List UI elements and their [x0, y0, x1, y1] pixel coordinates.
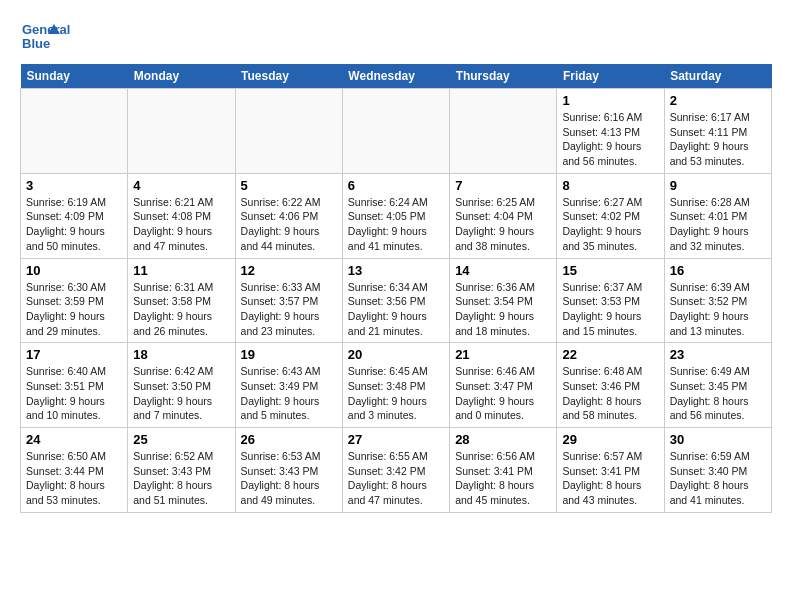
day-info: Sunrise: 6:31 AM Sunset: 3:58 PM Dayligh… — [133, 280, 229, 339]
day-info: Sunrise: 6:27 AM Sunset: 4:02 PM Dayligh… — [562, 195, 658, 254]
day-info: Sunrise: 6:33 AM Sunset: 3:57 PM Dayligh… — [241, 280, 337, 339]
calendar-cell: 30Sunrise: 6:59 AM Sunset: 3:40 PM Dayli… — [664, 428, 771, 513]
calendar-cell — [21, 89, 128, 174]
svg-text:Blue: Blue — [22, 36, 50, 51]
day-info: Sunrise: 6:52 AM Sunset: 3:43 PM Dayligh… — [133, 449, 229, 508]
calendar-cell: 5Sunrise: 6:22 AM Sunset: 4:06 PM Daylig… — [235, 173, 342, 258]
day-number: 22 — [562, 347, 658, 362]
day-number: 17 — [26, 347, 122, 362]
calendar-cell — [128, 89, 235, 174]
day-info: Sunrise: 6:37 AM Sunset: 3:53 PM Dayligh… — [562, 280, 658, 339]
day-number: 3 — [26, 178, 122, 193]
day-number: 27 — [348, 432, 444, 447]
calendar-cell: 13Sunrise: 6:34 AM Sunset: 3:56 PM Dayli… — [342, 258, 449, 343]
calendar-cell: 11Sunrise: 6:31 AM Sunset: 3:58 PM Dayli… — [128, 258, 235, 343]
day-info: Sunrise: 6:53 AM Sunset: 3:43 PM Dayligh… — [241, 449, 337, 508]
day-info: Sunrise: 6:46 AM Sunset: 3:47 PM Dayligh… — [455, 364, 551, 423]
calendar-cell: 28Sunrise: 6:56 AM Sunset: 3:41 PM Dayli… — [450, 428, 557, 513]
week-row-4: 17Sunrise: 6:40 AM Sunset: 3:51 PM Dayli… — [21, 343, 772, 428]
calendar-cell: 1Sunrise: 6:16 AM Sunset: 4:13 PM Daylig… — [557, 89, 664, 174]
day-number: 4 — [133, 178, 229, 193]
calendar-cell: 16Sunrise: 6:39 AM Sunset: 3:52 PM Dayli… — [664, 258, 771, 343]
week-row-2: 3Sunrise: 6:19 AM Sunset: 4:09 PM Daylig… — [21, 173, 772, 258]
day-info: Sunrise: 6:43 AM Sunset: 3:49 PM Dayligh… — [241, 364, 337, 423]
day-info: Sunrise: 6:34 AM Sunset: 3:56 PM Dayligh… — [348, 280, 444, 339]
calendar-cell: 12Sunrise: 6:33 AM Sunset: 3:57 PM Dayli… — [235, 258, 342, 343]
day-info: Sunrise: 6:30 AM Sunset: 3:59 PM Dayligh… — [26, 280, 122, 339]
calendar-cell: 23Sunrise: 6:49 AM Sunset: 3:45 PM Dayli… — [664, 343, 771, 428]
day-info: Sunrise: 6:21 AM Sunset: 4:08 PM Dayligh… — [133, 195, 229, 254]
day-number: 24 — [26, 432, 122, 447]
day-number: 9 — [670, 178, 766, 193]
calendar-cell: 29Sunrise: 6:57 AM Sunset: 3:41 PM Dayli… — [557, 428, 664, 513]
day-info: Sunrise: 6:16 AM Sunset: 4:13 PM Dayligh… — [562, 110, 658, 169]
calendar-cell: 10Sunrise: 6:30 AM Sunset: 3:59 PM Dayli… — [21, 258, 128, 343]
day-number: 29 — [562, 432, 658, 447]
day-number: 1 — [562, 93, 658, 108]
day-number: 5 — [241, 178, 337, 193]
day-number: 25 — [133, 432, 229, 447]
calendar-cell: 20Sunrise: 6:45 AM Sunset: 3:48 PM Dayli… — [342, 343, 449, 428]
day-info: Sunrise: 6:57 AM Sunset: 3:41 PM Dayligh… — [562, 449, 658, 508]
day-number: 2 — [670, 93, 766, 108]
day-info: Sunrise: 6:48 AM Sunset: 3:46 PM Dayligh… — [562, 364, 658, 423]
week-row-1: 1Sunrise: 6:16 AM Sunset: 4:13 PM Daylig… — [21, 89, 772, 174]
day-info: Sunrise: 6:19 AM Sunset: 4:09 PM Dayligh… — [26, 195, 122, 254]
calendar-table: SundayMondayTuesdayWednesdayThursdayFrid… — [20, 64, 772, 513]
calendar-cell: 8Sunrise: 6:27 AM Sunset: 4:02 PM Daylig… — [557, 173, 664, 258]
day-info: Sunrise: 6:39 AM Sunset: 3:52 PM Dayligh… — [670, 280, 766, 339]
day-info: Sunrise: 6:24 AM Sunset: 4:05 PM Dayligh… — [348, 195, 444, 254]
calendar-cell: 6Sunrise: 6:24 AM Sunset: 4:05 PM Daylig… — [342, 173, 449, 258]
day-number: 20 — [348, 347, 444, 362]
day-info: Sunrise: 6:28 AM Sunset: 4:01 PM Dayligh… — [670, 195, 766, 254]
day-number: 15 — [562, 263, 658, 278]
day-number: 26 — [241, 432, 337, 447]
calendar-cell: 18Sunrise: 6:42 AM Sunset: 3:50 PM Dayli… — [128, 343, 235, 428]
day-number: 11 — [133, 263, 229, 278]
day-number: 16 — [670, 263, 766, 278]
calendar-cell: 15Sunrise: 6:37 AM Sunset: 3:53 PM Dayli… — [557, 258, 664, 343]
calendar-cell: 7Sunrise: 6:25 AM Sunset: 4:04 PM Daylig… — [450, 173, 557, 258]
calendar-cell — [235, 89, 342, 174]
day-info: Sunrise: 6:55 AM Sunset: 3:42 PM Dayligh… — [348, 449, 444, 508]
calendar-cell: 25Sunrise: 6:52 AM Sunset: 3:43 PM Dayli… — [128, 428, 235, 513]
calendar-cell: 4Sunrise: 6:21 AM Sunset: 4:08 PM Daylig… — [128, 173, 235, 258]
day-number: 8 — [562, 178, 658, 193]
day-number: 6 — [348, 178, 444, 193]
day-number: 13 — [348, 263, 444, 278]
day-info: Sunrise: 6:50 AM Sunset: 3:44 PM Dayligh… — [26, 449, 122, 508]
week-row-5: 24Sunrise: 6:50 AM Sunset: 3:44 PM Dayli… — [21, 428, 772, 513]
day-number: 7 — [455, 178, 551, 193]
day-number: 18 — [133, 347, 229, 362]
day-number: 23 — [670, 347, 766, 362]
weekday-header-saturday: Saturday — [664, 64, 771, 89]
day-number: 21 — [455, 347, 551, 362]
logo: General Blue — [20, 16, 90, 56]
day-info: Sunrise: 6:42 AM Sunset: 3:50 PM Dayligh… — [133, 364, 229, 423]
calendar-cell: 24Sunrise: 6:50 AM Sunset: 3:44 PM Dayli… — [21, 428, 128, 513]
day-number: 12 — [241, 263, 337, 278]
day-info: Sunrise: 6:17 AM Sunset: 4:11 PM Dayligh… — [670, 110, 766, 169]
weekday-header-monday: Monday — [128, 64, 235, 89]
calendar-cell: 27Sunrise: 6:55 AM Sunset: 3:42 PM Dayli… — [342, 428, 449, 513]
weekday-header-friday: Friday — [557, 64, 664, 89]
day-info: Sunrise: 6:56 AM Sunset: 3:41 PM Dayligh… — [455, 449, 551, 508]
day-info: Sunrise: 6:49 AM Sunset: 3:45 PM Dayligh… — [670, 364, 766, 423]
calendar-cell: 26Sunrise: 6:53 AM Sunset: 3:43 PM Dayli… — [235, 428, 342, 513]
day-number: 10 — [26, 263, 122, 278]
calendar-cell: 14Sunrise: 6:36 AM Sunset: 3:54 PM Dayli… — [450, 258, 557, 343]
week-row-3: 10Sunrise: 6:30 AM Sunset: 3:59 PM Dayli… — [21, 258, 772, 343]
calendar-cell: 21Sunrise: 6:46 AM Sunset: 3:47 PM Dayli… — [450, 343, 557, 428]
weekday-header-thursday: Thursday — [450, 64, 557, 89]
day-info: Sunrise: 6:25 AM Sunset: 4:04 PM Dayligh… — [455, 195, 551, 254]
svg-text:General: General — [22, 22, 70, 37]
weekday-header-tuesday: Tuesday — [235, 64, 342, 89]
day-number: 14 — [455, 263, 551, 278]
page-header: General Blue — [20, 16, 772, 56]
day-info: Sunrise: 6:36 AM Sunset: 3:54 PM Dayligh… — [455, 280, 551, 339]
calendar-cell: 3Sunrise: 6:19 AM Sunset: 4:09 PM Daylig… — [21, 173, 128, 258]
weekday-header-wednesday: Wednesday — [342, 64, 449, 89]
calendar-cell: 19Sunrise: 6:43 AM Sunset: 3:49 PM Dayli… — [235, 343, 342, 428]
calendar-cell: 17Sunrise: 6:40 AM Sunset: 3:51 PM Dayli… — [21, 343, 128, 428]
day-info: Sunrise: 6:40 AM Sunset: 3:51 PM Dayligh… — [26, 364, 122, 423]
